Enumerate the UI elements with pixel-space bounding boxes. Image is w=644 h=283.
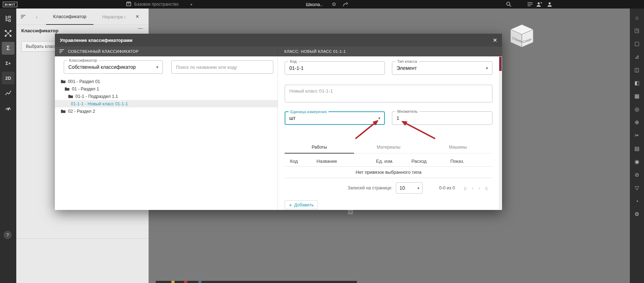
share-icon[interactable] [343,0,348,9]
tabs-scroll-left-icon[interactable]: ‹ [36,9,38,25]
empty-state-text: Нет привязок выбранного типа [285,167,492,178]
add-user-icon[interactable] [536,0,542,9]
chevron-down-icon: ▾ [417,186,419,190]
tree-item-label: 01-1-1 - Новый класс 01-1-1 [71,101,128,106]
left-toolbar: Σ Σ+ 2D ? [0,9,16,283]
visibility-off-icon[interactable]: ⊘ [632,170,642,179]
splitter-drag-handle[interactable] [348,210,353,215]
class-details-pane: Код 01-1-1 Тип класса Элемент ▾ Новый кл… [278,56,502,210]
dialog-close-icon[interactable]: × [493,37,497,44]
gauge-icon[interactable] [2,101,15,114]
next-page-icon[interactable]: › [478,185,480,191]
tree-item-selected[interactable]: 01-1-1 - Новый класс 01-1-1 [55,100,278,107]
classifier-management-dialog: Управление классификаторами × СОБСТВЕННЫ… [55,34,502,210]
tab-materials[interactable]: Материалы [354,143,423,153]
help-button[interactable]: ? [4,231,12,239]
classifier-select[interactable]: Классификатор Собственный классификатор … [64,60,163,74]
panel-close-icon[interactable]: × [136,9,139,25]
dialog-scrollbar[interactable] [499,56,502,210]
tree-item[interactable]: 01 - Раздел 1 [55,85,278,93]
panel-minimize-icon[interactable]: — [138,26,143,31]
select-box-icon[interactable]: ▢ [632,39,642,48]
top-bar: BIMIT Базовое пространство ▾ Школа.. ⚙ [0,0,644,9]
view-settings-icon[interactable]: ⚙ [632,210,642,219]
tree-item[interactable]: 001 - Раздел 01 [55,78,278,85]
project-name: Школа.. [306,0,323,9]
charts-icon[interactable] [2,87,15,99]
tabs-scroll-right-icon[interactable]: › [124,9,126,25]
page-range: 0-0 из 0 [439,185,455,190]
description-placeholder: Новый класс 01-1-1 [289,88,333,94]
rows-per-page-select[interactable]: 10 ▾ [396,182,423,194]
bindings-table-header: Код Название Ед. изм. Расход Показ. [285,156,492,167]
task-list-icon[interactable] [527,0,533,9]
classifier-tree-pane: Классификатор Собственный классификатор … [55,56,278,210]
sort-list-icon[interactable] [59,49,64,54]
filter-icon[interactable]: ▽ [632,183,642,193]
split-view-icon[interactable]: ◫ [632,65,642,74]
unit-select[interactable]: Единица измерения шт ▾ [285,111,385,125]
tree-item-label: 001 - Раздел 01 [68,79,100,84]
home-view-icon[interactable]: ⌂ [632,13,642,22]
last-page-icon[interactable]: ›| [485,185,488,191]
tree-item[interactable]: 02 - Раздел 2 [55,107,278,115]
taskbar-app-dot [171,281,175,283]
classifier-section-header: СОБСТВЕННЫЙ КЛАССИФИКАТОР [55,46,278,56]
dialog-title: Управление классификаторами [60,38,132,43]
description-field[interactable]: Новый класс 01-1-1 [285,85,492,102]
panel-divider [16,238,148,239]
navigation-cube[interactable]: Справа Сзади [509,23,535,50]
pan-view-icon[interactable]: ⊕ [632,118,642,127]
estimates-icon[interactable]: Σ [2,42,15,55]
tree-item[interactable]: 01-1 - Подраздел 1.1 [55,93,278,100]
focus-target-icon[interactable]: ◎ [632,105,642,114]
visibility-icon[interactable]: ◉ [632,157,642,166]
folder-icon [64,87,70,91]
layers-icon[interactable]: ▤ [632,144,642,153]
tab-machines[interactable]: Машины [423,143,492,153]
measure-icon[interactable]: ⊿ [632,52,642,61]
scrollbar-thumb[interactable] [499,57,502,71]
workspace-icon [126,1,131,7]
section-box-icon[interactable]: ◧ [632,78,642,88]
folder-icon [61,109,66,113]
tree-search-input[interactable] [172,61,273,73]
settings-gear-icon[interactable]: ⚙ [332,0,336,9]
col-unit: Ед. изм. [376,159,411,164]
taskbar-app-dot [198,281,201,283]
model-structure-icon[interactable] [2,12,15,25]
panel-list-icon[interactable] [21,9,26,25]
col-rate: Расход [411,159,450,164]
tab-works[interactable]: Работы [285,143,354,154]
dialog-body: Классификатор Собственный классификатор … [55,56,502,210]
layout-grid-icon[interactable]: ▦ [632,91,642,101]
chevron-down-icon: ▾ [156,65,158,70]
classifier-select-value: Собственный классификатор [68,64,136,70]
unit-select-value: шт [289,115,296,121]
multiplier-field[interactable]: Множитель 1 [392,111,492,125]
add-binding-button[interactable]: + Добавить [285,200,318,209]
view-2d-icon[interactable]: 2D [2,72,15,84]
cut-plane-icon[interactable]: ✂ [632,131,642,140]
class-type-select[interactable]: Тип класса Элемент ▾ [392,61,492,75]
compass-icon[interactable]: ◔ [632,196,642,206]
estimates-add-icon[interactable]: Σ+ [2,57,15,70]
orbit-view-icon[interactable]: ◳ [632,26,642,35]
classifier-section-title: СОБСТВЕННЫЙ КЛАССИФИКАТОР [68,49,139,54]
code-field-label: Код [288,59,298,64]
workspace-switcher[interactable]: Базовое пространство ▾ [126,0,192,9]
tab-unallocated[interactable]: Нераспре [98,9,127,25]
pagination-controls: |‹ ‹ › ›| [464,185,488,191]
dependencies-icon[interactable] [2,27,15,40]
account-icon[interactable] [547,0,552,9]
code-field[interactable]: Код 01-1-1 [285,61,385,75]
tab-classifier[interactable]: Классификатор [46,9,93,25]
plus-icon: + [289,202,292,208]
class-type-label: Тип класса [395,59,419,64]
search-icon[interactable] [506,0,512,9]
tree-item-label: 02 - Раздел 2 [68,109,95,114]
prev-page-icon[interactable]: ‹ [472,185,473,191]
first-page-icon[interactable]: |‹ [464,185,467,191]
dialog-section-headers: СОБСТВЕННЫЙ КЛАССИФИКАТОР КЛАСС: НОВЫЙ К… [55,46,502,56]
dialog-title-bar: Управление классификаторами × [55,34,502,46]
